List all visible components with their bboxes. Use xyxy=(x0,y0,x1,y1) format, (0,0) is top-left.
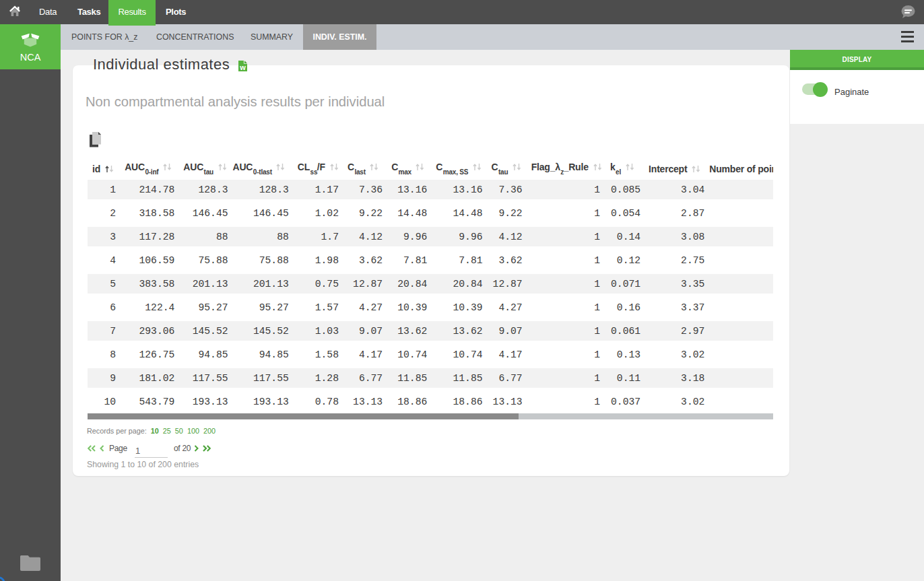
svg-text:w: w xyxy=(239,63,246,71)
